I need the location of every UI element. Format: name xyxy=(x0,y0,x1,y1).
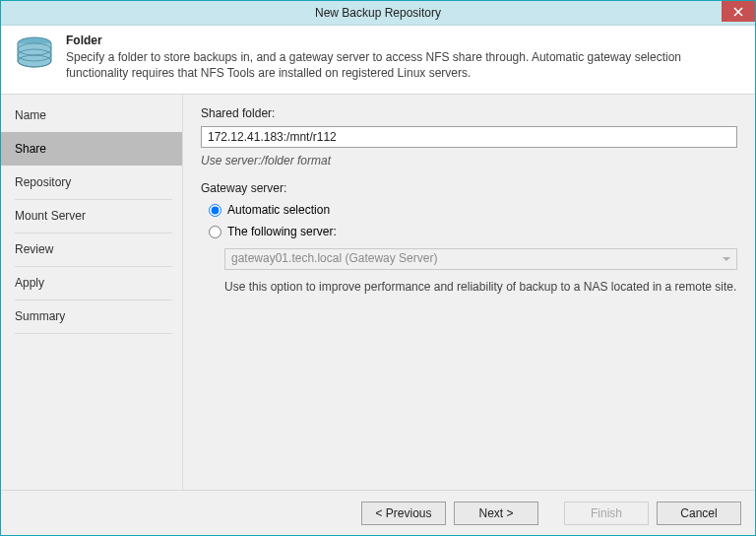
gateway-server-value: gateway01.tech.local (Gateway Server) xyxy=(231,251,437,265)
repository-icon xyxy=(13,34,56,77)
radio-automatic-label: Automatic selection xyxy=(227,203,330,217)
finish-button: Finish xyxy=(564,502,649,525)
previous-button[interactable]: < Previous xyxy=(361,502,446,525)
step-share[interactable]: Share xyxy=(1,132,182,166)
page-title: Folder xyxy=(66,34,743,47)
step-review[interactable]: Review xyxy=(1,233,182,266)
step-mount-server[interactable]: Mount Server xyxy=(1,199,182,233)
wizard-footer: < Previous Next > Finish Cancel xyxy=(1,490,755,535)
titlebar: New Backup Repository xyxy=(1,1,755,26)
content-panel: Shared folder: Use server:/folder format… xyxy=(183,95,755,490)
shared-folder-input[interactable] xyxy=(201,126,737,148)
page-description: Specify a folder to store backups in, an… xyxy=(66,49,743,81)
cancel-button[interactable]: Cancel xyxy=(657,502,741,525)
shared-folder-hint: Use server:/folder format xyxy=(201,154,737,168)
gateway-label: Gateway server: xyxy=(201,181,737,195)
next-button[interactable]: Next > xyxy=(454,502,538,525)
gateway-server-note: Use this option to improve performance a… xyxy=(224,280,737,294)
step-apply[interactable]: Apply xyxy=(1,266,182,300)
gateway-server-select: gateway01.tech.local (Gateway Server) xyxy=(224,248,737,270)
wizard-header: Folder Specify a folder to store backups… xyxy=(1,26,755,95)
radio-following[interactable]: The following server: xyxy=(201,223,737,240)
step-summary[interactable]: Summary xyxy=(1,300,182,333)
step-repository[interactable]: Repository xyxy=(1,166,182,199)
step-name[interactable]: Name xyxy=(1,99,182,132)
wizard-body: NameShareRepositoryMount ServerReviewApp… xyxy=(1,95,755,490)
wizard-steps: NameShareRepositoryMount ServerReviewApp… xyxy=(1,95,183,490)
close-button[interactable] xyxy=(722,1,755,22)
radio-automatic-input[interactable] xyxy=(209,204,221,217)
radio-following-input[interactable] xyxy=(209,226,221,238)
close-icon xyxy=(733,5,743,19)
shared-folder-label: Shared folder: xyxy=(201,106,737,120)
wizard-window: New Backup Repository Folder Specify a f… xyxy=(0,0,756,536)
window-title: New Backup Repository xyxy=(315,6,441,20)
radio-following-label: The following server: xyxy=(227,225,337,238)
radio-automatic[interactable]: Automatic selection xyxy=(201,201,737,219)
